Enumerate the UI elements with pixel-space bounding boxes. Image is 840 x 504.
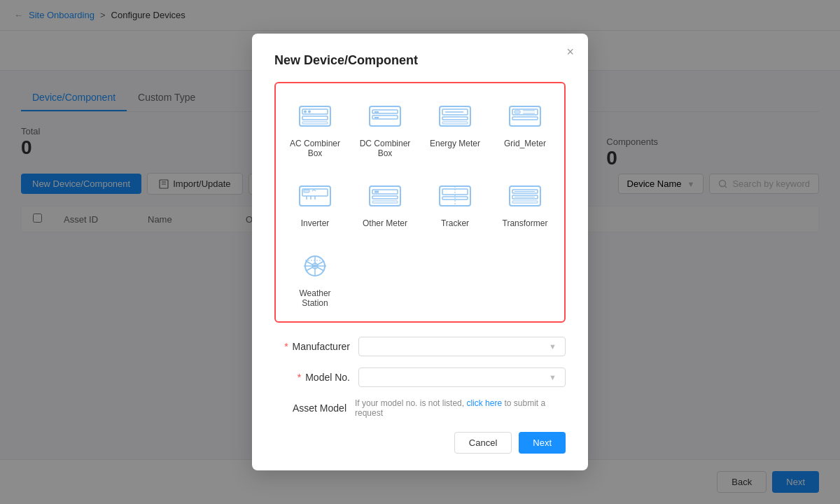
device-label-inverter: Inverter xyxy=(301,218,330,228)
device-label-transformer: Transformer xyxy=(503,218,548,228)
device-label-other-meter: Other Meter xyxy=(363,218,407,228)
device-item-other-meter[interactable]: Other Meter xyxy=(351,169,419,236)
asset-model-row: Asset Model If your model no. is not lis… xyxy=(274,398,566,418)
svg-rect-7 xyxy=(302,122,328,124)
device-grid: AC Combiner Box DC Combiner Box xyxy=(274,82,566,323)
device-label-ac-combiner-box: AC Combiner Box xyxy=(288,139,342,158)
transformer-icon xyxy=(504,179,546,213)
device-label-tracker: Tracker xyxy=(441,218,469,228)
other-meter-icon xyxy=(364,179,406,213)
energy-meter-icon xyxy=(434,99,476,133)
device-item-dc-combiner-box[interactable]: DC Combiner Box xyxy=(351,89,419,166)
grid-meter-icon xyxy=(504,99,546,133)
model-no-label: * Model No. xyxy=(274,372,358,383)
svg-rect-31 xyxy=(372,196,398,199)
device-label-dc-combiner-box: DC Combiner Box xyxy=(358,139,412,158)
manufacturer-label: * Manufacturer xyxy=(274,341,358,352)
svg-rect-32 xyxy=(372,201,398,203)
modal: New Device/Component × AC Combiner Box xyxy=(252,34,588,470)
asset-model-link[interactable]: click here xyxy=(466,398,502,408)
device-item-tracker[interactable]: Tracker xyxy=(421,169,489,236)
svg-rect-41 xyxy=(512,201,538,203)
model-no-chevron-icon: ▼ xyxy=(549,373,556,382)
ac-combiner-box-icon xyxy=(294,99,336,133)
svg-rect-14 xyxy=(374,117,379,118)
model-no-row: * Model No. ▼ xyxy=(274,368,566,387)
device-item-energy-meter[interactable]: Energy Meter xyxy=(421,89,489,166)
next-button[interactable]: Next xyxy=(519,432,566,454)
device-item-inverter[interactable]: Inverter xyxy=(281,169,349,236)
device-item-grid-meter[interactable]: Grid_Meter xyxy=(491,89,559,166)
manufacturer-select[interactable]: ▼ xyxy=(358,337,566,356)
svg-point-9 xyxy=(308,111,311,113)
tracker-icon xyxy=(434,179,476,213)
inverter-icon xyxy=(294,179,336,213)
device-label-grid-meter: Grid_Meter xyxy=(504,139,546,148)
model-no-required: * xyxy=(298,372,301,383)
device-label-energy-meter: Energy Meter xyxy=(430,139,480,148)
svg-point-8 xyxy=(304,111,307,113)
modal-footer: Cancel Next xyxy=(274,432,566,454)
svg-rect-22 xyxy=(512,117,538,120)
device-label-weather-station: Weather Station xyxy=(288,288,342,308)
svg-rect-17 xyxy=(442,117,468,120)
modal-title: New Device/Component xyxy=(274,53,566,68)
svg-rect-6 xyxy=(302,116,328,120)
svg-rect-33 xyxy=(374,191,379,193)
svg-rect-10 xyxy=(370,106,400,126)
model-no-select[interactable]: ▼ xyxy=(358,368,566,387)
svg-rect-13 xyxy=(374,111,379,113)
weather-station-icon xyxy=(294,249,336,283)
asset-model-label: Asset Model xyxy=(274,402,355,414)
device-item-transformer[interactable]: Transformer xyxy=(491,169,559,236)
asset-model-hint: If your model no. is not listed, click h… xyxy=(355,398,566,418)
dc-combiner-box-icon xyxy=(364,99,406,133)
asset-model-hint-text: If your model no. is not listed, xyxy=(355,398,464,408)
cancel-button[interactable]: Cancel xyxy=(454,432,512,454)
svg-rect-18 xyxy=(442,122,468,124)
device-item-weather-station[interactable]: Weather Station xyxy=(281,239,349,316)
svg-rect-23 xyxy=(514,111,520,113)
svg-rect-28 xyxy=(304,190,309,192)
modal-close-button[interactable]: × xyxy=(566,45,574,59)
manufacturer-row: * Manufacturer ▼ xyxy=(274,337,566,356)
manufacturer-chevron-icon: ▼ xyxy=(549,342,556,351)
manufacturer-required: * xyxy=(284,341,288,352)
device-item-ac-combiner-box[interactable]: AC Combiner Box xyxy=(281,89,349,166)
